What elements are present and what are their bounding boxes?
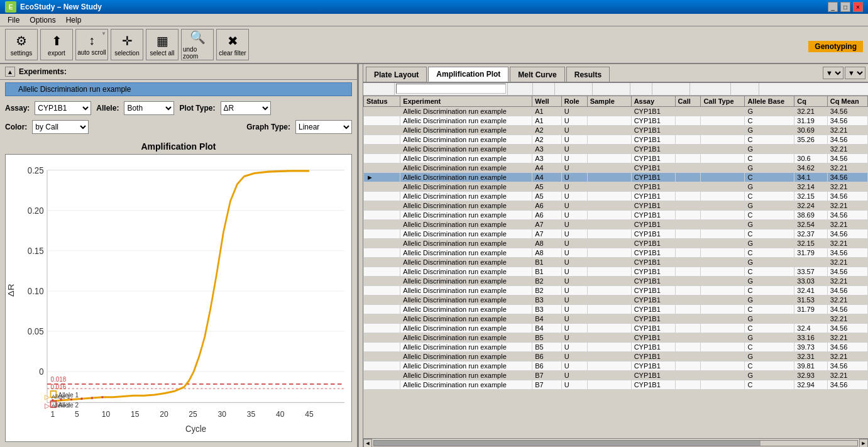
settings-button[interactable]: ⚙ settings: [5, 29, 38, 60]
table-row[interactable]: Allelic Discrimination run exampleA3UCYP…: [364, 154, 868, 163]
cell-assay: CYP1B1: [631, 305, 675, 314]
tab-melt-curve[interactable]: Melt Curve: [510, 67, 564, 82]
svg-point-39: [91, 397, 93, 399]
cell-role: U: [561, 154, 587, 163]
plot-type-label: Plot Type:: [179, 104, 215, 113]
table-row[interactable]: Allelic Discrimination run exampleA5UCYP…: [364, 182, 868, 192]
cell-call: [675, 286, 701, 295]
scroll-left-button[interactable]: ◄: [363, 439, 372, 448]
svg-text:20: 20: [160, 409, 168, 419]
cell-sample: [587, 267, 631, 277]
table-row[interactable]: Allelic Discrimination run exampleA1UCYP…: [364, 107, 868, 116]
cell-experiment: Allelic Discrimination run example: [400, 126, 532, 135]
maximize-button[interactable]: □: [840, 2, 850, 12]
sort-select-1[interactable]: ▼: [823, 67, 843, 79]
cell-assay: CYP1B1: [631, 154, 675, 163]
table-row[interactable]: Allelic Discrimination run exampleB4UCYP…: [364, 314, 868, 324]
cell-alleleBase: C: [745, 229, 794, 239]
cell-cqMean: 34.56: [827, 107, 867, 116]
cell-well: B7: [532, 371, 562, 380]
table-row[interactable]: Allelic Discrimination run exampleB6UCYP…: [364, 361, 868, 371]
color-select[interactable]: by Call by Well: [32, 120, 89, 134]
table-row[interactable]: Allelic Discrimination run exampleA3UCYP…: [364, 145, 868, 154]
table-row[interactable]: Allelic Discrimination run exampleB1UCYP…: [364, 267, 868, 277]
minimize-button[interactable]: _: [828, 2, 838, 12]
menu-help[interactable]: Help: [61, 14, 87, 26]
filter-allelebase: [690, 83, 731, 95]
legend-allele2: ▷ Allele 2: [45, 401, 70, 410]
window-controls: _ □ ×: [828, 2, 863, 12]
table-row[interactable]: Allelic Discrimination run exampleA6UCYP…: [364, 211, 868, 220]
select-all-button[interactable]: ▦ select all: [146, 29, 179, 60]
cell-status: [364, 352, 400, 361]
menu-file[interactable]: File: [3, 14, 25, 26]
table-row[interactable]: Allelic Discrimination run exampleB7UCYP…: [364, 371, 868, 380]
scrollbar-thumb[interactable]: [374, 441, 761, 446]
table-row[interactable]: Allelic Discrimination run exampleA2UCYP…: [364, 126, 868, 135]
assay-select[interactable]: CYP1B1: [35, 101, 91, 115]
undo-zoom-button[interactable]: 🔍 undo zoom: [181, 29, 214, 60]
allele-select[interactable]: Both Allele 1 Allele 2: [124, 101, 174, 115]
menu-options[interactable]: Options: [25, 14, 60, 26]
sort-select-2[interactable]: ▼: [845, 67, 865, 79]
table-row[interactable]: Allelic Discrimination run exampleA8UCYP…: [364, 248, 868, 258]
cell-status: [364, 145, 400, 154]
cell-sample: [587, 314, 631, 324]
close-button[interactable]: ×: [853, 2, 863, 12]
cell-experiment: Allelic Discrimination run example: [400, 135, 532, 145]
table-row[interactable]: Allelic Discrimination run exampleB2UCYP…: [364, 286, 868, 295]
export-button[interactable]: ⬆ export: [40, 29, 73, 60]
table-scroll-area[interactable]: Status Experiment Well Role Sample Assay…: [363, 96, 868, 438]
table-row[interactable]: Allelic Discrimination run exampleB1UCYP…: [364, 258, 868, 267]
table-row[interactable]: Allelic Discrimination run exampleB4UCYP…: [364, 324, 868, 333]
cell-assay: CYP1B1: [631, 126, 675, 135]
cell-cq: 39.81: [794, 361, 827, 371]
collapse-button[interactable]: ▲: [5, 67, 15, 77]
svg-point-38: [80, 397, 82, 400]
cell-well: A1: [532, 116, 562, 126]
table-row[interactable]: Allelic Discrimination run exampleB7UCYP…: [364, 380, 868, 390]
experiment-item[interactable]: Allelic Discrimination run example: [5, 82, 352, 96]
cell-call: [675, 380, 701, 390]
tab-plate-layout[interactable]: Plate Layout: [366, 67, 427, 82]
table-row[interactable]: Allelic Discrimination run exampleA2UCYP…: [364, 135, 868, 145]
col-header-cq: Cq: [794, 96, 827, 107]
scroll-right-button[interactable]: ►: [859, 439, 868, 448]
table-row[interactable]: Allelic Discrimination run exampleA6UCYP…: [364, 201, 868, 211]
table-row[interactable]: Allelic Discrimination run exampleB3UCYP…: [364, 295, 868, 305]
cell-sample: [587, 239, 631, 248]
table-row[interactable]: Allelic Discrimination run exampleA7UCYP…: [364, 220, 868, 229]
cell-role: U: [561, 286, 587, 295]
tab-amplification-plot[interactable]: Amplification Plot: [428, 67, 508, 82]
table-row[interactable]: Allelic Discrimination run exampleB5UCYP…: [364, 333, 868, 343]
vertical-splitter[interactable]: [358, 64, 363, 447]
table-row[interactable]: ►Allelic Discrimination run exampleA4UCY…: [364, 173, 868, 182]
table-row[interactable]: Allelic Discrimination run exampleA5UCYP…: [364, 192, 868, 201]
table-row[interactable]: Allelic Discrimination run exampleA8UCYP…: [364, 239, 868, 248]
plot-type-select[interactable]: ΔR Rn dRn: [221, 101, 271, 115]
selection-button[interactable]: ✛ selection: [111, 29, 143, 60]
tab-results[interactable]: Results: [566, 67, 610, 82]
clear-filter-button[interactable]: ✖ clear filter: [216, 29, 249, 60]
cell-role: U: [561, 305, 587, 314]
cell-cqMean: 34.56: [827, 116, 867, 126]
graph-type-select[interactable]: Linear Log: [295, 120, 352, 134]
cell-role: U: [561, 295, 587, 305]
table-row[interactable]: Allelic Discrimination run exampleA1UCYP…: [364, 116, 868, 126]
cell-sample: [587, 229, 631, 239]
table-row[interactable]: Allelic Discrimination run exampleB2UCYP…: [364, 277, 868, 286]
table-row[interactable]: Allelic Discrimination run exampleA4UCYP…: [364, 163, 868, 173]
col-header-allelebase: Allele Base: [745, 96, 794, 107]
filter-experiment-input[interactable]: [396, 84, 506, 94]
scrollbar-track[interactable]: [373, 440, 858, 446]
table-row[interactable]: Allelic Discrimination run exampleB5UCYP…: [364, 343, 868, 352]
table-row[interactable]: Allelic Discrimination run exampleB6UCYP…: [364, 352, 868, 361]
svg-text:ΔR: ΔR: [6, 284, 16, 297]
cell-sample: [587, 380, 631, 390]
cell-assay: CYP1B1: [631, 182, 675, 192]
table-row[interactable]: Allelic Discrimination run exampleA7UCYP…: [364, 229, 868, 239]
cell-callType: [701, 173, 745, 182]
table-row[interactable]: Allelic Discrimination run exampleB3UCYP…: [364, 305, 868, 314]
auto-scroll-button[interactable]: ↕ auto scroll ▼: [75, 29, 108, 60]
bottom-scrollbar[interactable]: ◄ ►: [363, 438, 868, 447]
